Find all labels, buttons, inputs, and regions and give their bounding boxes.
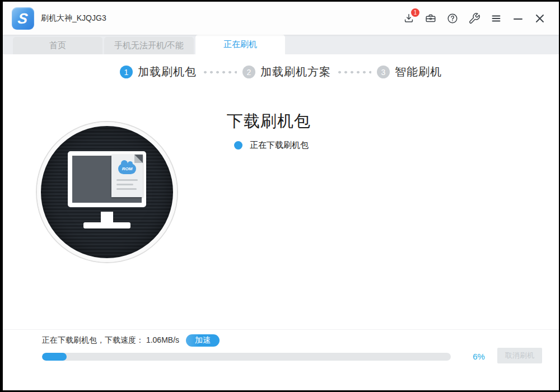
tab-cannot-boot-label: 手机无法开机/不能 [114,40,184,51]
tab-home-label: 首页 [49,40,66,51]
monitor-base [83,222,130,228]
footer: 正在下载刷机包，下载速度： 1.06MB/s 加速 6% 取消刷机 [3,329,559,390]
rom-cloud-icon: ROM [118,164,136,174]
document-text-line [116,179,138,181]
step-2-label: 加载刷机方案 [260,64,331,80]
monitor-stand [101,212,113,223]
step-3-label: 智能刷机 [395,64,442,80]
step-load-package: 1 加载刷机包 [120,64,197,80]
progress-percent: 6% [465,352,492,361]
logo-s-glyph: S [17,11,29,26]
step-1-label: 加载刷机包 [138,64,197,80]
app-title: 刷机大神_KJQJG3 [41,13,106,24]
step-indicator: 1 加载刷机包 2 加载刷机方案 3 智能刷机 [3,64,559,80]
step-smart-flash: 3 智能刷机 [377,64,442,80]
document-text-line [116,188,137,190]
monitor-icon: ROM [68,151,146,207]
task-status-label: 正在下载刷机包 [250,140,309,151]
wrench-icon[interactable] [468,12,481,25]
task-status-dot [234,141,242,150]
tab-flashing-label: 正在刷机 [223,39,257,50]
current-task-item: 正在下载刷机包 [234,140,309,151]
document-text-line [116,184,133,185]
download-icon[interactable]: 1 [402,12,416,25]
app-logo: S [12,7,34,30]
titlebar-actions: 1 [402,12,559,25]
tab-bar: 首页 手机无法开机/不能 正在刷机 [3,35,559,54]
tab-home[interactable]: 首页 [13,37,102,54]
download-illustration: ROM [37,122,177,262]
step-3-circle: 3 [377,66,390,78]
step-1-circle: 1 [120,66,133,78]
minimize-icon[interactable] [511,12,525,25]
step-connector-dots [202,71,237,74]
step-connector-dots [337,71,371,74]
tab-cannot-boot[interactable]: 手机无法开机/不能 [104,37,194,54]
page-title: 下载刷机包 [227,110,311,133]
app-window: S 刷机大神_KJQJG3 1 [3,2,559,390]
help-icon[interactable] [446,12,459,25]
rom-document-icon: ROM [111,155,143,197]
close-icon[interactable] [533,12,547,25]
window-frame: S 刷机大神_KJQJG3 1 [0,0,560,392]
tab-flashing[interactable]: 正在刷机 [195,35,285,54]
menu-icon[interactable] [489,12,503,25]
progress-fill [42,353,67,361]
cancel-flash-button[interactable]: 取消刷机 [497,348,542,363]
titlebar: S 刷机大神_KJQJG3 1 [3,2,559,35]
document-fold [134,155,143,163]
step-2-circle: 2 [242,66,255,78]
accelerate-button[interactable]: 加速 [186,334,220,347]
download-status-row: 正在下载刷机包，下载速度： 1.06MB/s 加速 [42,334,220,347]
download-status-text: 正在下载刷机包，下载速度： 1.06MB/s [42,335,179,346]
notification-badge: 1 [411,8,419,17]
progress-bar [42,353,451,361]
toolbox-icon[interactable] [424,12,437,25]
step-load-plan: 2 加载刷机方案 [242,64,331,80]
